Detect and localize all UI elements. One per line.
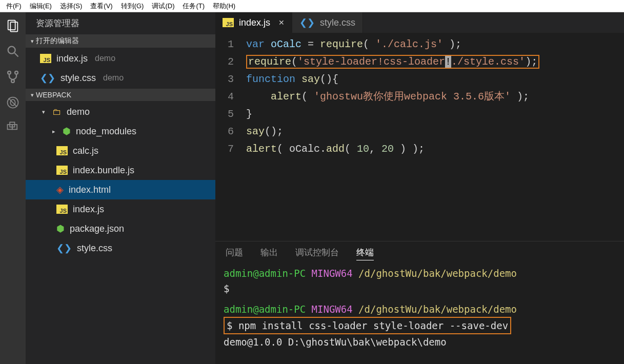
code-editor[interactable]: 1var oCalc = require( './calc.js' ); 2re… [215, 33, 624, 241]
open-editors-label: 打开的编辑器 [36, 36, 79, 46]
menu-debug[interactable]: 调试(D) [148, 1, 178, 12]
css-icon: ❮❯ [40, 72, 55, 84]
scm-icon[interactable] [5, 69, 21, 85]
tab-bar: JS index.js ✕ ❮❯ style.css [215, 12, 624, 33]
folder-node-modules[interactable]: ▸ ⬢ node_modules [26, 122, 215, 141]
bottom-panel: 问题 输出 调试控制台 终端 admin@admin-PC MINGW64 /d… [215, 241, 624, 364]
highlighted-code: require('style-loader!css-loader!./style… [246, 55, 539, 69]
explorer-icon[interactable] [5, 17, 21, 34]
debug-icon[interactable] [5, 94, 21, 111]
line-number: 7 [215, 140, 246, 158]
js-icon: JS [223, 18, 234, 27]
file-label: node_modules [76, 126, 136, 137]
chevron-down-icon: ▾ [29, 38, 36, 45]
file-label: package.json [70, 224, 124, 234]
line-number: 5 [215, 106, 246, 123]
tab-terminal[interactable]: 终端 [356, 247, 374, 260]
file-index-html[interactable]: ◈ index.html [26, 180, 215, 199]
svg-point-5 [15, 71, 18, 74]
css-icon: ❮❯ [56, 242, 72, 254]
open-editor-index-js[interactable]: JS index.js demo [26, 49, 215, 68]
workspace-label: WEBPACK [36, 91, 71, 99]
open-editor-style-css[interactable]: ❮❯ style.css demo [26, 68, 215, 88]
menu-view[interactable]: 查看(V) [86, 1, 116, 12]
menu-bar: 件(F) 编辑(E) 选择(S) 查看(V) 转到(G) 调试(D) 任务(T)… [0, 0, 624, 12]
terminal-line: demo@1.0.0 D:\ghostWu\bak\webpack\demo [224, 334, 616, 350]
menu-file[interactable]: 件(F) [2, 1, 26, 12]
menu-goto[interactable]: 转到(G) [117, 1, 148, 12]
node-icon: ⬢ [63, 126, 71, 137]
chevron-right-icon: ▸ [50, 128, 57, 135]
file-label: style.css [77, 243, 112, 254]
tab-output[interactable]: 输出 [260, 247, 278, 260]
js-icon: JS [40, 54, 51, 63]
file-calc-js[interactable]: JS calc.js [26, 141, 215, 160]
js-icon: JS [56, 166, 68, 175]
tab-debug-console[interactable]: 调试控制台 [295, 247, 339, 260]
line-number: 1 [215, 36, 246, 53]
css-icon: ❮❯ [299, 17, 315, 28]
menu-select[interactable]: 选择(S) [56, 1, 86, 12]
line-number: 6 [215, 123, 246, 140]
svg-line-3 [15, 53, 18, 57]
folder-label: demo [67, 107, 90, 117]
file-style-css[interactable]: ❮❯ style.css [26, 238, 215, 258]
tab-index-js[interactable]: JS index.js ✕ [215, 12, 292, 33]
chevron-down-icon: ▾ [40, 109, 47, 115]
html-icon: ◈ [56, 184, 64, 195]
svg-point-4 [8, 71, 11, 74]
file-package-json[interactable]: ⬢ package.json [26, 219, 215, 238]
activity-bar [0, 12, 26, 364]
file-index-js[interactable]: JS index.js [26, 199, 215, 219]
svg-point-2 [8, 47, 15, 54]
editor-area: JS index.js ✕ ❮❯ style.css 1var oCalc = … [215, 12, 624, 364]
menu-help[interactable]: 帮助(H) [209, 1, 239, 12]
open-editors-header[interactable]: ▾ 打开的编辑器 [26, 34, 215, 48]
file-label: index.html [69, 185, 111, 195]
terminal-line: $ [224, 281, 616, 296]
line-number: 2 [215, 53, 246, 71]
menu-edit[interactable]: 编辑(E) [26, 1, 56, 12]
folder-icon: 🗀 [52, 107, 62, 117]
terminal[interactable]: admin@admin-PC MINGW64 /d/ghostWu/bak/we… [215, 264, 624, 364]
file-label: index.bundle.js [73, 165, 134, 176]
menu-task[interactable]: 任务(T) [178, 1, 209, 12]
file-path-dim: demo [103, 73, 124, 83]
close-icon[interactable]: ✕ [278, 18, 285, 27]
file-label: calc.js [73, 146, 98, 156]
tab-label: style.css [320, 17, 355, 28]
panel-tabs: 问题 输出 调试控制台 终端 [215, 241, 624, 264]
extensions-icon[interactable] [5, 120, 21, 136]
file-index-bundle-js[interactable]: JS index.bundle.js [26, 160, 215, 180]
chevron-down-icon: ▾ [29, 92, 36, 98]
search-icon[interactable] [5, 43, 21, 59]
js-icon: JS [56, 205, 68, 214]
tab-label: index.js [239, 17, 270, 28]
svg-point-6 [11, 79, 14, 83]
js-icon: JS [56, 146, 68, 155]
node-icon: ⬢ [56, 223, 65, 234]
tab-problems[interactable]: 问题 [226, 247, 243, 260]
workspace-header[interactable]: ▾ WEBPACK [26, 89, 215, 101]
file-label: style.css [61, 73, 96, 84]
sidebar-title: 资源管理器 [26, 12, 215, 34]
file-path-dim: demo [95, 54, 115, 63]
line-number: 3 [215, 71, 246, 88]
line-number: 4 [215, 88, 246, 106]
file-label: index.js [56, 53, 88, 64]
folder-demo[interactable]: ▾ 🗀 demo [26, 102, 215, 122]
file-label: index.js [73, 204, 104, 215]
sidebar: 资源管理器 ▾ 打开的编辑器 JS index.js demo ❮❯ style… [26, 12, 215, 364]
highlighted-command: $ npm install css-loader style-loader --… [224, 317, 511, 334]
tab-style-css[interactable]: ❮❯ style.css [292, 12, 363, 33]
